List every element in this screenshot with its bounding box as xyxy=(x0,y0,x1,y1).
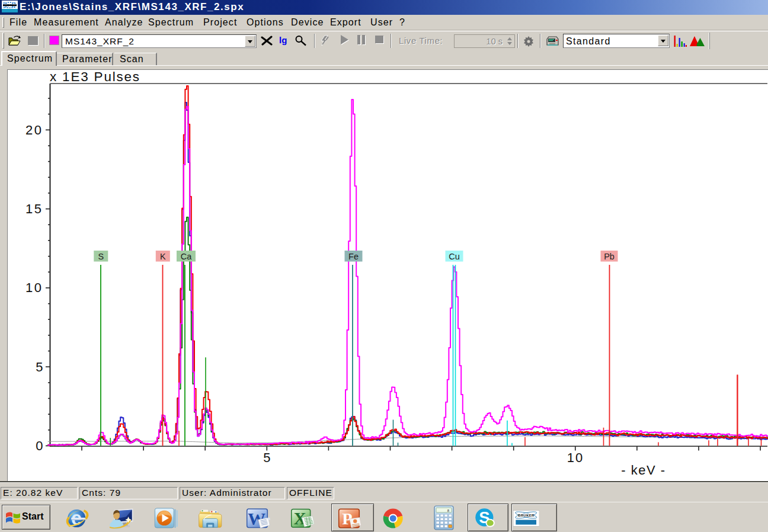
svg-text:BRUKER: BRUKER xyxy=(518,514,535,517)
